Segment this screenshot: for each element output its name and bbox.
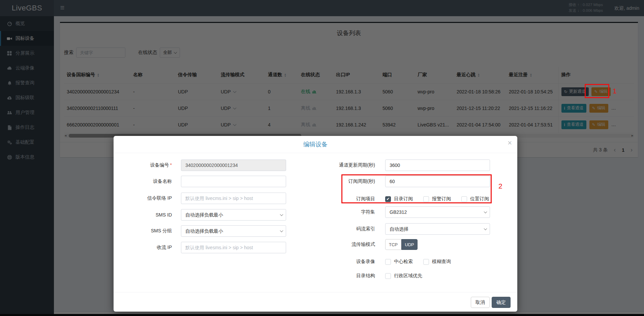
stream-index-label: 码流索引 — [316, 226, 375, 232]
annotation-box-2 — [341, 174, 492, 203]
modal-title: 编辑设备 — [114, 136, 517, 153]
stream-recv-ip-label: 收流 IP — [114, 245, 172, 251]
center-search-checkbox[interactable] — [385, 259, 391, 265]
chevron-down-icon — [484, 227, 487, 230]
admin-region-first-checkbox[interactable] — [385, 273, 391, 279]
sip-contact-ip-label: 信令联络 IP — [114, 195, 172, 201]
modal-header: 编辑设备 × — [114, 136, 517, 153]
fuzzy-query-label: 模糊查询 — [432, 259, 451, 265]
modal-footer: 取消 确定 — [114, 292, 517, 312]
sip-contact-ip-field[interactable] — [181, 193, 286, 204]
tcp-toggle-button[interactable]: TCP — [385, 239, 401, 250]
charset-label: 字符集 — [316, 209, 375, 215]
stream-index-select[interactable]: 自动选择 — [385, 223, 490, 235]
admin-region-first-label: 行政区域优先 — [394, 273, 422, 279]
channel-refresh-field[interactable] — [385, 160, 490, 171]
stream-mode-toggle: TCP UDP — [385, 239, 418, 250]
edit-device-modal: 编辑设备 × 设备编号* 设备名称 信令联络 IP SMS ID 自动选择负载最… — [114, 136, 517, 312]
catalog-structure-label: 目录结构 — [316, 273, 375, 279]
device-name-field[interactable] — [181, 176, 286, 187]
charset-select[interactable]: GB2312 — [385, 206, 490, 218]
device-id-field — [181, 160, 286, 171]
annotation-box-1 — [585, 84, 609, 98]
app-window: LiveGBS ≡ 接收 ↑ : 0.027 Mbps 发送 ↓ : 0.006… — [0, 0, 644, 316]
sms-group-select[interactable]: 自动选择负载最小 — [181, 225, 286, 237]
cancel-button[interactable]: 取消 — [471, 297, 490, 308]
channel-refresh-label: 通道更新周期(秒) — [316, 162, 375, 168]
device-record-group: 中心检索 模糊查询 — [385, 259, 458, 265]
catalog-structure-group: 行政区域优先 — [385, 273, 430, 279]
device-record-label: 设备录像 — [316, 259, 375, 265]
sms-group-label: SMS 分组 — [114, 228, 172, 234]
confirm-button[interactable]: 确定 — [492, 297, 511, 308]
sms-id-select[interactable]: 自动选择负载最小 — [181, 209, 286, 221]
annotation-number-2: 2 — [498, 182, 502, 190]
udp-toggle-button[interactable]: UDP — [401, 239, 418, 250]
stream-recv-ip-field[interactable] — [181, 242, 286, 253]
bottom-bar — [0, 314, 644, 316]
required-mark: * — [170, 162, 172, 168]
device-id-label: 设备编号* — [114, 162, 172, 168]
annotation-number-1: 1 — [613, 87, 617, 95]
stream-mode-label: 流传输模式 — [316, 241, 375, 248]
device-name-label: 设备名称 — [114, 178, 172, 184]
chevron-down-icon — [280, 213, 283, 216]
close-icon[interactable]: × — [508, 139, 512, 147]
fuzzy-query-checkbox[interactable] — [423, 259, 429, 265]
sms-id-label: SMS ID — [114, 212, 172, 218]
chevron-down-icon — [280, 229, 283, 232]
center-search-label: 中心检索 — [394, 259, 413, 265]
chevron-down-icon — [484, 210, 487, 213]
